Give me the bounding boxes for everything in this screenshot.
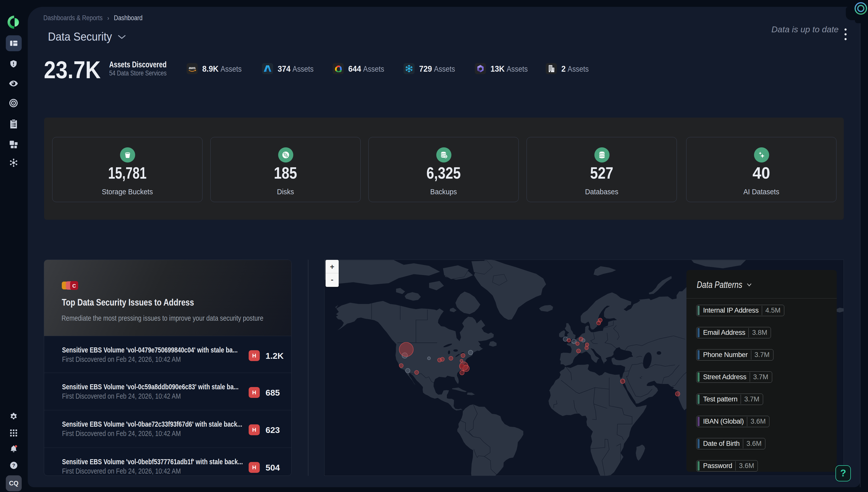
svg-text:aws: aws	[189, 66, 196, 70]
svg-text:C: C	[72, 283, 76, 289]
svg-text:?: ?	[12, 463, 15, 468]
